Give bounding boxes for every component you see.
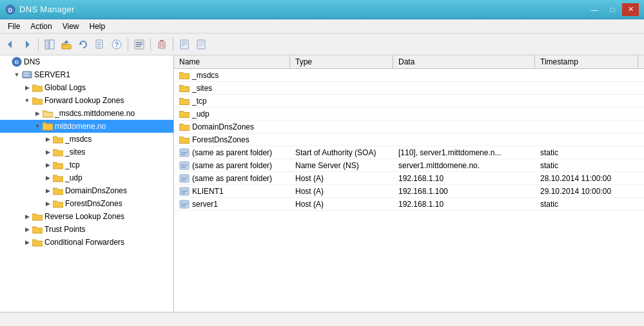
tree-node-trust-points[interactable]: ▶ Trust Points xyxy=(0,223,173,236)
svg-rect-19 xyxy=(136,46,141,47)
expand-server1[interactable]: ▼ xyxy=(12,70,22,80)
svg-text:D: D xyxy=(8,7,13,14)
toolbar-sep-3 xyxy=(150,38,151,51)
svg-rect-50 xyxy=(181,178,188,179)
expand-forward-lookup[interactable]: ▼ xyxy=(22,95,32,106)
col-header-data[interactable]: Data xyxy=(393,55,535,68)
tree-label-tcp-sub: _tcp xyxy=(65,160,80,169)
col-header-timestamp[interactable]: Timestamp xyxy=(535,55,638,68)
tree-panel[interactable]: D DNS ▼ SERVER1 ▶ xyxy=(0,55,174,312)
expand-global-logs[interactable]: ▶ xyxy=(22,82,32,93)
maximize-button[interactable]: □ xyxy=(604,3,621,16)
tree-label-msdcs-zone: _msdcs.mittdomene.no xyxy=(55,109,135,118)
up-level-button[interactable] xyxy=(59,37,74,52)
tree-node-reverse-lookup[interactable]: ▶ Reverse Lookup Zones xyxy=(0,210,173,223)
list-item[interactable]: DomainDnsZones xyxy=(174,120,644,133)
tree-node-udp-sub[interactable]: ▶ _udp xyxy=(0,171,173,184)
menu-file[interactable]: File xyxy=(3,21,25,32)
dns-app-icon: D xyxy=(5,5,15,15)
svg-rect-43 xyxy=(181,154,186,155)
expand-domaindns-sub[interactable]: ▶ xyxy=(43,186,53,196)
tree-node-dns-root[interactable]: D DNS xyxy=(0,55,173,68)
expand-sites-sub[interactable]: ▶ xyxy=(43,147,53,157)
action-2-button[interactable] xyxy=(193,37,209,52)
properties-button[interactable] xyxy=(177,37,192,52)
expand-reverse-lookup[interactable]: ▶ xyxy=(22,211,32,222)
msdcs-sub-icon xyxy=(53,134,63,144)
expand-tcp-sub[interactable]: ▶ xyxy=(43,160,53,170)
cell-name: _tcp xyxy=(174,95,290,107)
list-item[interactable]: _sites xyxy=(174,82,644,95)
svg-rect-24 xyxy=(181,40,188,49)
tree-node-tcp-sub[interactable]: ▶ _tcp xyxy=(0,158,173,171)
tree-node-msdcs-zone[interactable]: ▶ _msdcs.mittdomene.no xyxy=(0,107,173,120)
export-list-button[interactable] xyxy=(92,37,108,52)
expand-msdcs-sub[interactable]: ▶ xyxy=(43,134,53,144)
tree-label-sites-sub: _sites xyxy=(65,148,85,157)
list-item[interactable]: (same as parent folder) Start of Authori… xyxy=(174,146,644,159)
cell-timestamp xyxy=(535,69,638,81)
list-item[interactable]: KLIENT1 Host (A) 192.168.1.100 29.10.201… xyxy=(174,185,644,198)
cell-name: _udp xyxy=(174,108,290,120)
list-item[interactable]: server1 Host (A) 192.168.1.10 static xyxy=(174,198,644,211)
cell-timestamp: static xyxy=(535,146,638,158)
svg-text:?: ? xyxy=(115,41,119,48)
help-button[interactable]: ? xyxy=(109,37,124,52)
expand-conditional-fwd[interactable]: ▶ xyxy=(22,237,32,247)
show-scope-button[interactable] xyxy=(42,37,57,52)
cell-type xyxy=(290,108,393,120)
cell-type: Host (A) xyxy=(290,198,393,210)
svg-rect-42 xyxy=(181,152,188,153)
list-item[interactable]: (same as parent folder) Host (A) 192.168… xyxy=(174,172,644,185)
tree-node-server1[interactable]: ▼ SERVER1 xyxy=(0,68,173,81)
cell-data xyxy=(393,120,535,133)
expand-dns[interactable] xyxy=(1,57,12,67)
cell-name: _msdcs xyxy=(174,69,290,81)
list-item[interactable]: _udp xyxy=(174,108,644,120)
tree-node-forestdns-sub[interactable]: ▶ ForestDnsZones xyxy=(0,197,173,210)
menu-help[interactable]: Help xyxy=(84,21,111,32)
tree-node-forward-lookup[interactable]: ▼ Forward Lookup Zones xyxy=(0,94,173,107)
col-header-name[interactable]: Name xyxy=(174,55,290,68)
tree-node-global-logs[interactable]: ▶ Global Logs xyxy=(0,81,173,94)
expand-forestdns-sub[interactable]: ▶ xyxy=(43,198,53,209)
close-button[interactable]: ✕ xyxy=(622,3,639,16)
action-1-button[interactable] xyxy=(132,37,147,52)
tree-node-conditional-fwd[interactable]: ▶ Conditional Forwarders xyxy=(0,236,173,249)
list-item[interactable]: (same as parent folder) Name Server (NS)… xyxy=(174,159,644,172)
menu-action[interactable]: Action xyxy=(25,21,57,32)
tree-node-sites-sub[interactable]: ▶ _sites xyxy=(0,146,173,158)
cell-name: DomainDnsZones xyxy=(174,120,290,133)
tree-node-domaindns-sub[interactable]: ▶ DomainDnsZones xyxy=(0,184,173,197)
expand-trust-points[interactable]: ▶ xyxy=(22,224,32,235)
back-button[interactable] xyxy=(3,37,18,52)
tree-node-mittdomene[interactable]: ▼ mittdomene.no xyxy=(0,120,173,133)
list-item[interactable]: _msdcs xyxy=(174,69,644,82)
cell-type xyxy=(290,69,393,81)
tree-node-msdcs-sub[interactable]: ▶ _msdcs xyxy=(0,133,173,146)
cell-type xyxy=(290,95,393,107)
cell-timestamp: 29.10.2014 10:00:00 xyxy=(535,185,638,197)
cell-data: 192.168.1.10 xyxy=(393,172,535,184)
list-item[interactable]: ForestDnsZones xyxy=(174,133,644,146)
expand-msdcs-zone[interactable]: ▶ xyxy=(32,108,43,119)
expand-mittdomene[interactable]: ▼ xyxy=(32,121,43,131)
minimize-button[interactable]: — xyxy=(586,3,603,16)
cell-timestamp xyxy=(535,82,638,94)
cell-data xyxy=(393,133,535,146)
list-item[interactable]: _tcp xyxy=(174,95,644,108)
cell-timestamp xyxy=(535,133,638,146)
title-bar: D DNS Manager — □ ✕ xyxy=(0,0,644,19)
svg-rect-55 xyxy=(181,193,186,194)
list-panel[interactable]: Name Type Data Timestamp _msdcs _s xyxy=(174,55,644,312)
udp-sub-icon xyxy=(53,173,63,183)
cell-timestamp xyxy=(535,108,638,120)
delete-button[interactable] xyxy=(154,37,170,52)
expand-udp-sub[interactable]: ▶ xyxy=(43,173,53,183)
forward-button[interactable] xyxy=(19,37,35,52)
menu-view[interactable]: View xyxy=(57,21,84,32)
refresh-button[interactable] xyxy=(75,37,91,52)
tree-label-global-logs: Global Logs xyxy=(44,83,86,92)
col-header-type[interactable]: Type xyxy=(290,55,393,68)
tree-label-udp-sub: _udp xyxy=(65,173,83,182)
